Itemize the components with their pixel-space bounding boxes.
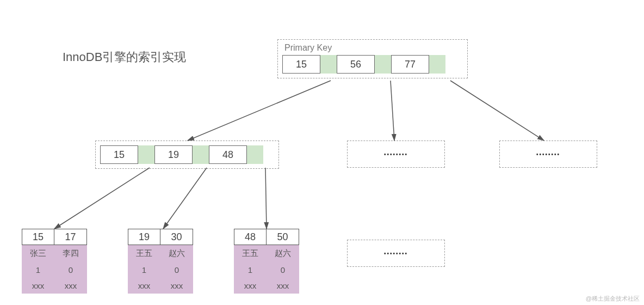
diagram-title: InnoDB引擎的索引实现 — [63, 49, 186, 65]
leaf-key: 17 — [54, 229, 87, 245]
leaf-cell: xxx — [234, 278, 267, 294]
root-key: 56 — [337, 55, 375, 74]
root-key: 77 — [391, 55, 429, 74]
internal-ptr — [193, 145, 209, 164]
root-label: Primary Key — [284, 43, 463, 53]
internal-ptr — [138, 145, 154, 164]
leaf-node: 15 17 张三李四 10 xxxxxx — [22, 229, 87, 294]
svg-line-4 — [163, 168, 207, 229]
leaf-data: 王五赵六 10 xxxxxx — [234, 245, 299, 294]
ellipsis-node: •••••••• — [499, 141, 597, 168]
internal-key: 15 — [100, 145, 138, 164]
leaf-key: 19 — [128, 229, 160, 245]
leaf-data: 王五赵六 10 xxxxxx — [128, 245, 193, 294]
internal-node: 15 19 48 — [95, 141, 279, 169]
leaf-node: 19 30 王五赵六 10 xxxxxx — [128, 229, 193, 294]
leaf-cell: 0 — [54, 262, 87, 278]
root-ptr — [375, 55, 391, 74]
leaf-key: 30 — [160, 229, 193, 245]
leaf-cell: 王五 — [234, 245, 267, 262]
leaf-cell: xxx — [267, 278, 299, 294]
leaf-key: 48 — [234, 229, 267, 245]
svg-line-1 — [391, 81, 394, 141]
ellipsis-node: •••••••• — [347, 141, 445, 168]
root-ptr — [429, 55, 445, 74]
internal-ptr — [247, 145, 263, 164]
root-ptr — [320, 55, 337, 74]
internal-key: 19 — [154, 145, 193, 164]
svg-line-2 — [450, 81, 544, 141]
leaf-cell: 1 — [22, 262, 54, 278]
leaf-cell: 1 — [128, 262, 160, 278]
leaf-cell: 0 — [267, 262, 299, 278]
leaf-data: 张三李四 10 xxxxxx — [22, 245, 87, 294]
svg-line-5 — [265, 168, 267, 229]
ellipsis-icon: •••••••• — [384, 251, 408, 257]
leaf-cell: 张三 — [22, 245, 54, 262]
ellipsis-icon: •••••••• — [384, 151, 408, 157]
root-key: 15 — [282, 55, 320, 74]
watermark: @稀土掘金技术社区 — [586, 295, 640, 303]
leaf-cell: 赵六 — [160, 245, 193, 262]
leaf-key: 50 — [267, 229, 299, 245]
leaf-cell: 赵六 — [267, 245, 299, 262]
leaf-cell: xxx — [22, 278, 54, 294]
root-slots: 15 56 77 — [282, 55, 463, 74]
svg-line-0 — [188, 81, 331, 141]
root-node: Primary Key 15 56 77 — [277, 39, 468, 78]
leaf-cell: 1 — [234, 262, 267, 278]
leaf-cell: xxx — [128, 278, 160, 294]
leaf-cell: 李四 — [54, 245, 87, 262]
ellipsis-icon: •••••••• — [536, 151, 560, 157]
internal-key: 48 — [209, 145, 247, 164]
internal-slots: 15 19 48 — [100, 145, 274, 164]
leaf-cell: 0 — [160, 262, 193, 278]
leaf-cell: xxx — [54, 278, 87, 294]
svg-line-3 — [54, 168, 150, 229]
ellipsis-node: •••••••• — [347, 240, 445, 267]
leaf-cell: 王五 — [128, 245, 160, 262]
leaf-key: 15 — [22, 229, 54, 245]
leaf-cell: xxx — [160, 278, 193, 294]
leaf-node: 48 50 王五赵六 10 xxxxxx — [234, 229, 299, 294]
